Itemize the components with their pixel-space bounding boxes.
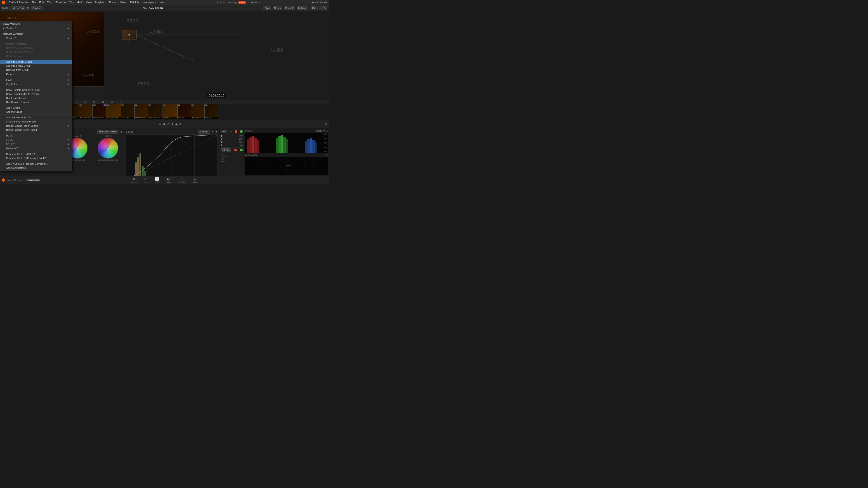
parade-label[interactable]: Parade (315, 129, 322, 132)
collapse-group-item[interactable]: Collapse Group (0, 54, 72, 58)
clip-color-item[interactable]: Clip Color ▶ (0, 82, 72, 86)
clip-12[interactable]: 12 Blind Date.mov (148, 104, 163, 119)
color-green-btn[interactable] (240, 130, 243, 133)
soft-clip-red[interactable] (235, 149, 237, 151)
menu-help[interactable]: Help (159, 1, 165, 4)
clip-16[interactable]: 16 Beta.mov (205, 104, 218, 119)
clip-07[interactable]: 07 Blind Date.mov (79, 104, 93, 119)
menu-color[interactable]: Color (120, 1, 127, 4)
gain-reset-icon[interactable]: ↺ (79, 135, 81, 137)
menu-timeline[interactable]: Timeline (55, 1, 66, 4)
davinci-ctl-item[interactable]: DaVinci CTL ▶ (0, 146, 72, 151)
luts-btn[interactable]: LUTs (319, 6, 327, 10)
use-local-grades-item[interactable]: Use Local Grades (0, 96, 72, 100)
menu-clip[interactable]: Clip (69, 1, 73, 4)
menu-playback[interactable]: Playback (95, 1, 106, 4)
remove-from-group-item[interactable]: Remove from Group (0, 68, 72, 72)
edit-icon-1[interactable]: ✏ (230, 130, 232, 133)
node-01[interactable]: 01 (122, 30, 136, 42)
curves-canvas[interactable] (126, 134, 218, 176)
apply-grade-item[interactable]: Apply Grade (0, 106, 72, 110)
openfx-btn[interactable]: OpenFX (284, 6, 295, 10)
delete-all-item[interactable]: Delete All Versions (0, 42, 72, 46)
nav-cut[interactable]: ✂ Cut (143, 177, 148, 184)
color-tool-icon-9[interactable]: ◈ (176, 123, 178, 126)
color-tool-icon-7[interactable]: ↺ (167, 123, 169, 126)
menu-app[interactable]: DaVinci Resolve (8, 1, 29, 4)
clip-13[interactable]: 13 Blind Dat... (163, 104, 178, 119)
menu-fairlight[interactable]: Fairlight (130, 1, 140, 4)
nav-media[interactable]: ⬢ Media (131, 177, 137, 184)
color-tool-icon-11[interactable]: ⬡ (325, 123, 327, 126)
add-new-group-item[interactable]: Add into a New Group (0, 64, 72, 68)
offset-reset-icon[interactable]: ↺ (111, 135, 112, 137)
color-tool-icon-5[interactable]: ✏ (159, 123, 161, 126)
no-lut-item[interactable]: ✓ No LUT (0, 133, 72, 138)
lut-1d-item[interactable]: 1D LUT ▶ (0, 138, 72, 142)
remote-version1-item[interactable]: Version 1 ▶ (0, 36, 72, 40)
curves-custom-btn[interactable]: Custom (198, 130, 210, 133)
flags-item[interactable]: Flags ▶ (0, 78, 72, 82)
primaries-expand-icon[interactable]: ▼ (120, 130, 123, 133)
lut-3d-item[interactable]: 3D LUT ▶ (0, 142, 72, 146)
menu-mark[interactable]: Mark (76, 1, 83, 4)
groups-item[interactable]: Groups ▶ (0, 72, 72, 76)
nav-color[interactable]: ◐ Color (166, 177, 171, 184)
offset-color-wheel[interactable] (98, 138, 119, 159)
menu-view[interactable]: View (86, 1, 92, 4)
vectorscope-expand[interactable]: ⬡ (327, 154, 328, 156)
clip-btn[interactable]: Clip (311, 6, 318, 10)
lighting-btn[interactable]: Lighting (297, 6, 308, 10)
render-cache-fusion-item[interactable]: Render Cache Fusion Output ▶ (0, 124, 72, 128)
menu-workspace[interactable]: Workspace (143, 1, 156, 4)
menu-file[interactable]: File (32, 1, 36, 4)
svg-rect-27 (286, 139, 288, 153)
svg-rect-31 (312, 140, 315, 153)
add-matte-item[interactable]: Add Matte Details (0, 166, 72, 170)
add-current-group-item[interactable]: Add into Current Group (0, 60, 72, 64)
delete-unused-item[interactable]: Delete Unused Versions (0, 50, 72, 54)
color-tool-icon-8[interactable]: ⊕ (171, 123, 174, 126)
menu-trim[interactable]: Trim (47, 1, 53, 4)
scopes-expand-icon[interactable]: ⬡ (326, 129, 328, 132)
edit-btn[interactable]: Edit (221, 130, 227, 133)
clips-btn[interactable]: Clips (263, 6, 271, 10)
copy-local-to-remote-item[interactable]: Copy Local Grades to Remote (0, 92, 72, 96)
reset-photo-item[interactable]: Reset Photo Compression (0, 46, 72, 50)
svg-point-41 (286, 165, 291, 166)
change-input-item[interactable]: Change Input Sizing Preset (0, 120, 72, 124)
use-remote-grades-item[interactable]: Use Remote Grades (0, 100, 72, 104)
soft-clip-green[interactable] (240, 149, 243, 151)
clip-14[interactable]: 14 Dato Dor... (178, 104, 191, 119)
menu-edit[interactable]: Edit (39, 1, 44, 4)
curves-expand-icon[interactable]: ▼ (212, 130, 214, 133)
color-tool-icon-10[interactable]: ⊘ (179, 123, 182, 126)
nav-fairlight[interactable]: ♫ Fairlight (178, 177, 185, 184)
apply-sun-item[interactable]: Apply / Edit Sun Highlight Correction... (0, 162, 72, 166)
generate-3d-lut-item[interactable]: Generate 3D LUT (CUBE) (0, 152, 72, 156)
clip-08[interactable]: 08 V1 Elird Date.mov (93, 104, 106, 119)
version1-item[interactable]: ✓ Version 1 ▶ (0, 26, 72, 30)
ruler-16: 16 (107, 101, 116, 103)
color-tool-icon-6[interactable]: ✱ (163, 123, 165, 126)
nav-deliver[interactable]: ▶ Deliver (192, 177, 198, 184)
nav-edit[interactable]: ⬜ Edit (155, 177, 159, 184)
copy-remote-to-local-item[interactable]: Copy Remote Grades to Local (0, 88, 72, 92)
primaries-selector[interactable]: Primaries Wheels (97, 130, 119, 133)
soft-clip-btn[interactable]: Soft Clip (221, 149, 230, 152)
clip-10[interactable]: 10 Daze.mov (121, 104, 134, 119)
timeline-btn[interactable]: Timeline (31, 6, 42, 10)
shot-match-item[interactable]: Shot Match to this Clip (0, 116, 72, 120)
append-grade-item[interactable]: Append Grade (0, 110, 72, 114)
menu-fusion[interactable]: Fusion (109, 1, 117, 4)
media-pool-btn[interactable]: Media Pool (11, 6, 26, 10)
nodes-btn[interactable]: Nodes (273, 6, 282, 10)
curves-toggle-icon[interactable]: ◉ (215, 130, 218, 133)
clip-11[interactable]: 11 Blind Date.mov (134, 104, 148, 119)
clip-15[interactable]: 15 Blind Date.mov (191, 104, 205, 119)
render-cache-color-item[interactable]: Render Cache Color Output (0, 128, 72, 132)
generate-lut-pan-item[interactable]: Generate 3D LUT (Panasonic V-LUT) (0, 156, 72, 160)
parade-arrow[interactable]: ▼ (323, 130, 325, 132)
clip-09[interactable]: 09 Blind Date.mov (106, 104, 121, 119)
color-red-btn[interactable] (235, 130, 237, 133)
